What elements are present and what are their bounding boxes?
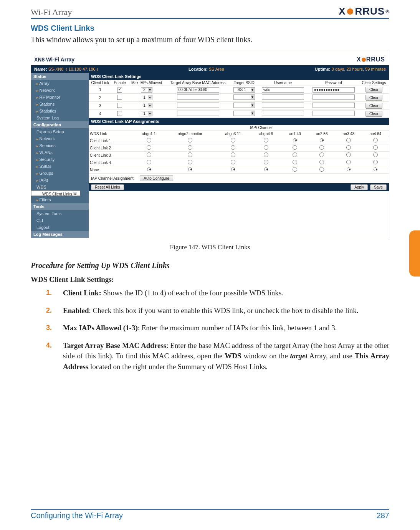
enable-checkbox[interactable] [117, 103, 122, 108]
mac-input[interactable] [177, 111, 219, 116]
nav-item[interactable]: Logout [31, 224, 89, 231]
iap-radio[interactable] [293, 167, 297, 172]
password-input[interactable] [313, 111, 355, 116]
username-input[interactable] [262, 111, 304, 116]
mac-input[interactable] [177, 103, 219, 108]
iap-radio[interactable] [264, 167, 268, 171]
nav-item[interactable]: Statistics [31, 108, 89, 114]
nav-item[interactable]: System Log [31, 114, 89, 121]
iap-radio[interactable] [264, 160, 268, 164]
username-input[interactable]: wds [262, 87, 304, 93]
nav-item-wds[interactable]: WDS [31, 184, 89, 190]
ssid-select[interactable]: SS-1 [233, 87, 255, 93]
ssid-select[interactable] [233, 111, 255, 116]
max-iaps-select[interactable]: 2 [141, 87, 152, 93]
enable-checkbox[interactable] [117, 111, 122, 116]
username-input[interactable] [262, 94, 304, 100]
apply-button[interactable]: Apply [351, 184, 368, 190]
iap-radio[interactable] [231, 145, 235, 150]
ssid-select[interactable] [233, 94, 255, 100]
nav-item[interactable]: Array [31, 80, 89, 87]
username-input[interactable] [262, 103, 304, 108]
nav-item[interactable]: Express Setup [31, 128, 89, 135]
reset-all-links-button[interactable]: Reset All Links [91, 184, 124, 190]
iap-radio[interactable] [147, 138, 151, 142]
nav-item[interactable]: RF Monitor [31, 94, 89, 101]
iap-radio[interactable] [231, 152, 235, 157]
password-input[interactable] [313, 103, 355, 108]
logo-dot-icon [347, 8, 353, 15]
iap-radio[interactable] [188, 167, 192, 171]
iap-radio[interactable] [188, 160, 192, 164]
iap-radio[interactable] [188, 152, 192, 157]
iap-radio[interactable] [373, 138, 378, 142]
auto-configure-button[interactable]: Auto Configure [140, 176, 173, 181]
nav-item-wds-client-links[interactable]: WDS Client Links [31, 190, 80, 196]
nav-group-tools: Tools [31, 203, 89, 210]
nav-item[interactable]: System Tools [31, 210, 89, 217]
clear-button[interactable]: Clear [365, 87, 382, 93]
nav-item[interactable]: Security [31, 156, 89, 163]
enable-checkbox[interactable] [117, 95, 122, 100]
iap-radio[interactable] [264, 152, 268, 157]
nav-item[interactable]: Stations [31, 101, 89, 108]
iap-radio[interactable] [231, 167, 235, 171]
iap-radio[interactable] [188, 138, 192, 142]
nav-group-status: Status [31, 73, 89, 80]
iap-radio[interactable] [293, 138, 297, 142]
nav-item[interactable]: Groups [31, 170, 89, 177]
uptime-label: Uptime: [315, 67, 331, 71]
iap-radio[interactable] [319, 152, 324, 157]
clear-button[interactable]: Clear [365, 111, 382, 117]
settings-row: 1 2 00:0f:7d:fe:00:80 SS-1 wds ●●●●●●●●●… [89, 86, 389, 94]
iap-radio[interactable] [293, 160, 297, 164]
iap-radio[interactable] [373, 160, 378, 164]
iap-radio[interactable] [373, 152, 378, 157]
iap-radio[interactable] [320, 138, 324, 142]
nav-item[interactable]: CLI [31, 217, 89, 224]
iap-radio[interactable] [346, 160, 351, 164]
iap-radio[interactable] [231, 138, 235, 142]
clear-button[interactable]: Clear [365, 103, 382, 109]
iap-radio[interactable] [188, 145, 192, 150]
nav-item[interactable]: Network [31, 87, 89, 94]
max-iaps-select[interactable]: 1 [141, 95, 152, 100]
clear-button[interactable]: Clear [365, 95, 382, 101]
iap-radio[interactable] [264, 145, 268, 150]
nav-item[interactable]: VLANs [31, 149, 89, 156]
enable-checkbox[interactable] [117, 88, 122, 93]
nav-item[interactable]: Filters [31, 196, 89, 203]
iap-radio[interactable] [147, 152, 151, 157]
nav-item[interactable]: Network [31, 135, 89, 142]
max-iaps-select[interactable]: 1 [141, 103, 152, 108]
iap-radio[interactable] [147, 145, 151, 150]
mac-input[interactable]: 00:0f:7d:fe:00:80 [177, 87, 219, 93]
nav-item[interactable]: SSIDs [31, 163, 89, 170]
mac-input[interactable] [177, 94, 219, 100]
iap-radio[interactable] [319, 167, 324, 172]
iap-radio[interactable] [319, 145, 324, 150]
iap-radio[interactable] [147, 167, 151, 171]
iap-radio[interactable] [147, 160, 151, 164]
main-panel: WDS Client Link Settings Client Link Ena… [89, 73, 389, 238]
row-id: 1 [89, 86, 112, 94]
iap-radio[interactable] [293, 152, 297, 157]
iap-radio[interactable] [231, 160, 235, 164]
iap-radio[interactable] [346, 145, 351, 150]
iap-radio[interactable] [346, 152, 351, 157]
max-iaps-select[interactable]: 1 [141, 111, 152, 116]
save-button[interactable]: Save [370, 184, 387, 190]
password-input[interactable] [313, 94, 355, 100]
iap-radio[interactable] [347, 167, 351, 171]
iap-radio[interactable] [374, 167, 377, 171]
iap-radio[interactable] [373, 145, 378, 150]
iap-radio[interactable] [346, 138, 351, 142]
password-input[interactable]: ●●●●●●●●●●● [313, 87, 355, 93]
iap-radio[interactable] [264, 138, 268, 142]
iap-radio[interactable] [319, 160, 324, 164]
ssid-select[interactable] [233, 103, 255, 108]
intro-text: This window allows you to set up a maxim… [31, 34, 389, 45]
nav-item[interactable]: Services [31, 142, 89, 149]
nav-item[interactable]: IAPs [31, 177, 89, 184]
iap-radio[interactable] [293, 145, 297, 150]
